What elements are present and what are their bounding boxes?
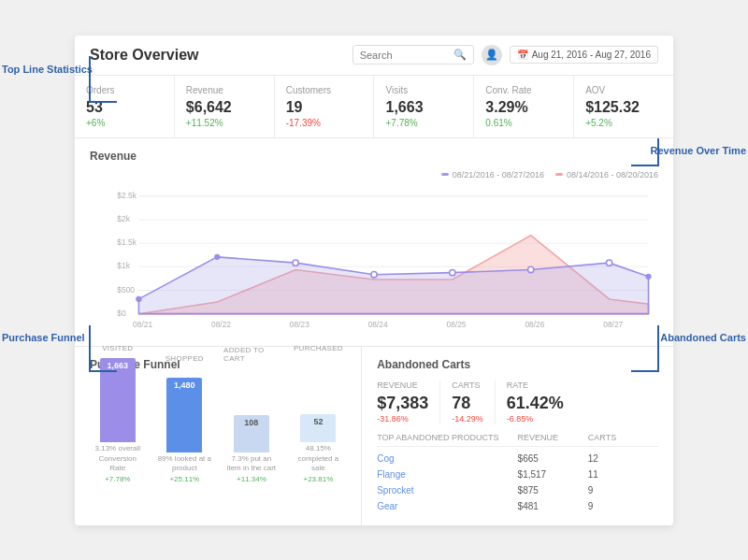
ab-col-header: CARTS	[452, 381, 483, 390]
svg-text:$2k: $2k	[117, 214, 130, 223]
search-icon: 🔍	[453, 49, 467, 61]
stats-row: Orders 53 +6% Revenue $6,642 +11.52% Cus…	[75, 76, 673, 138]
legend-color	[441, 173, 449, 176]
annotation-abandoned-carts: Abandoned Carts	[660, 332, 746, 343]
legend-item: 08/14/2016 - 08/20/2016	[555, 170, 658, 179]
product-revenue: $665	[518, 453, 588, 464]
funnel-change: +7.78%	[105, 475, 130, 483]
table-row: Gear $481 9	[377, 498, 658, 514]
stat-value: $6,642	[186, 99, 263, 116]
svg-point-16	[450, 269, 455, 275]
chart-section: Revenue 08/21/2016 - 08/27/201608/14/201…	[75, 138, 673, 347]
stat-card: Revenue $6,642 +11.52%	[175, 76, 275, 137]
ab-metric-col: CARTS 78 -14.29%	[452, 381, 483, 424]
chart-legend: 08/21/2016 - 08/27/201608/14/2016 - 08/2…	[90, 170, 658, 179]
stat-card: Visits 1,663 +7.78%	[374, 76, 474, 137]
bracket-revenue	[631, 138, 659, 166]
ab-divider	[495, 381, 496, 424]
stat-change: -17.39%	[286, 118, 363, 128]
product-carts: 9	[588, 485, 658, 495]
funnel-col-label: SHOPPED	[165, 354, 204, 363]
svg-text:$2.5k: $2.5k	[117, 190, 137, 199]
ab-th: CARTS	[588, 433, 658, 442]
legend-item: 08/21/2016 - 08/27/2016	[441, 170, 544, 179]
funnel-bar-value: 52	[313, 417, 323, 426]
ab-value: $7,383	[377, 394, 428, 413]
svg-point-14	[293, 260, 298, 266]
svg-text:08/27: 08/27	[603, 320, 623, 329]
svg-text:08/22: 08/22	[211, 320, 231, 329]
user-icon[interactable]: 👤	[482, 45, 502, 65]
funnel-bar: 1,480	[166, 378, 202, 452]
stat-change: +11.52%	[186, 118, 263, 128]
ab-th: TOP ABANDONED PRODUCTS	[377, 433, 517, 442]
svg-point-13	[214, 253, 220, 259]
svg-point-17	[528, 266, 534, 272]
stat-label: Conv. Rate	[485, 85, 562, 95]
table-row: Flange $1,517 11	[377, 467, 658, 482]
outer-wrapper: Top Line Statistics Revenue Over Time Pu…	[0, 0, 748, 560]
ab-change: -14.29%	[452, 414, 483, 424]
funnel-bars: VISITED1,6633.13% overall Conversion Rat…	[90, 381, 346, 483]
product-carts: 11	[588, 469, 658, 480]
svg-text:$0: $0	[117, 308, 126, 317]
svg-text:08/24: 08/24	[368, 320, 388, 329]
chart-container: $2.5k $2k $1.5k $1k $500 $0	[90, 185, 658, 335]
annotation-top-line: Top Line Statistics	[2, 64, 93, 75]
funnel-section: Purchase Funnel VISITED1,6633.13% overal…	[75, 347, 362, 525]
svg-point-18	[606, 260, 611, 266]
product-name[interactable]: Gear	[377, 501, 517, 511]
ab-th: REVENUE	[518, 433, 588, 442]
date-range[interactable]: 📅 Aug 21, 2016 - Aug 27, 2016	[510, 46, 658, 64]
ab-value: 78	[452, 394, 483, 413]
table-row: Cog $665 12	[377, 451, 658, 467]
product-name[interactable]: Flange	[377, 469, 517, 480]
abandoned-metrics: REVENUE $7,383 -31.86% CARTS 78 -14.29% …	[377, 381, 658, 424]
svg-text:$1k: $1k	[117, 261, 130, 270]
svg-text:08/21: 08/21	[133, 320, 152, 329]
stat-card: AOV $125.32 +5.2%	[574, 76, 673, 137]
funnel-desc: 89% looked at a product	[157, 454, 213, 474]
search-box[interactable]: 🔍	[352, 45, 474, 65]
revenue-chart-svg: $2.5k $2k $1.5k $1k $500 $0	[90, 185, 658, 335]
funnel-bar-value: 108	[244, 418, 258, 427]
svg-text:$500: $500	[117, 284, 135, 294]
funnel-bar-wrap: 1,480	[166, 368, 202, 452]
legend-color	[555, 173, 563, 176]
ab-metric-col: RATE 61.42% -6.85%	[507, 381, 564, 424]
product-carts: 12	[588, 453, 658, 464]
annotation-purchase-funnel: Purchase Funnel	[2, 332, 85, 343]
table-row: Sprocket $875 9	[377, 482, 658, 498]
annotation-revenue: Revenue Over Time	[650, 145, 746, 156]
ab-table-header: TOP ABANDONED PRODUCTSREVENUECARTS	[377, 433, 658, 447]
funnel-desc: 3.13% overall Conversion Rate	[90, 444, 146, 473]
product-revenue: $1,517	[518, 469, 588, 480]
abandoned-title: Abandoned Carts	[377, 358, 658, 371]
stat-change: 0.61%	[485, 118, 562, 128]
abandoned-section: Abandoned Carts REVENUE $7,383 -31.86% C…	[362, 347, 673, 525]
funnel-desc: 7.3% put an item in the cart	[223, 454, 280, 474]
svg-point-19	[645, 273, 651, 279]
ab-col-header: REVENUE	[377, 381, 428, 390]
product-name[interactable]: Cog	[377, 453, 517, 464]
stat-change: +6%	[86, 118, 163, 128]
stat-label: AOV	[585, 85, 662, 95]
search-input[interactable]	[360, 50, 453, 61]
ab-metric-col: REVENUE $7,383 -31.86%	[377, 381, 428, 424]
ab-change: -31.86%	[377, 414, 428, 424]
ab-divider	[439, 381, 440, 424]
ab-change: -6.85%	[507, 414, 564, 424]
funnel-bar: 108	[234, 415, 269, 452]
ab-col-header: RATE	[507, 381, 564, 390]
funnel-col-label: ADDED TO CART	[223, 346, 280, 363]
stat-card: Customers 19 -17.39%	[275, 76, 375, 137]
product-carts: 9	[588, 501, 658, 511]
ab-value: 61.42%	[507, 394, 564, 413]
funnel-change: +11.34%	[237, 475, 266, 483]
abandoned-table: TOP ABANDONED PRODUCTSREVENUECARTS Cog $…	[377, 433, 658, 514]
stat-label: Revenue	[186, 85, 263, 95]
svg-text:08/25: 08/25	[447, 320, 467, 329]
funnel-bar-group: ADDED TO CART1087.3% put an item in the …	[223, 346, 280, 483]
date-range-text: Aug 21, 2016 - Aug 27, 2016	[532, 50, 651, 60]
product-name[interactable]: Sprocket	[377, 485, 517, 495]
